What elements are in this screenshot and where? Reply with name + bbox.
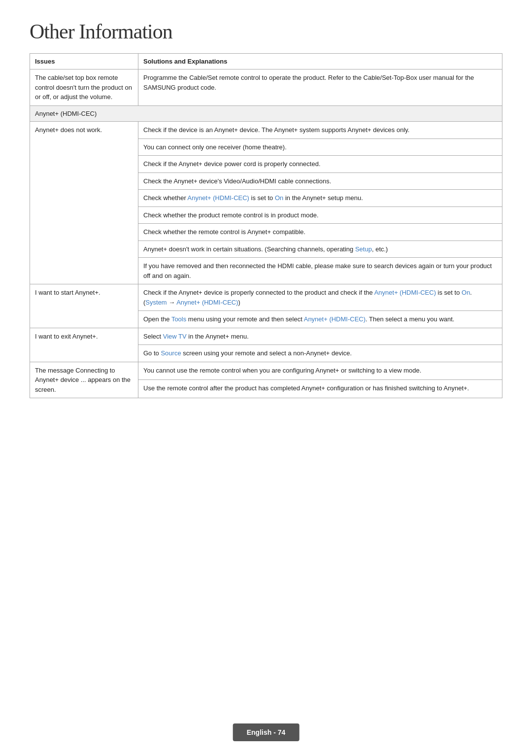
main-table: Issues Solutions and Explanations The ca…	[30, 53, 502, 398]
solution-cell: Check whether the product remote control…	[138, 206, 502, 224]
solution-cell: You cannot use the remote control when y…	[138, 362, 502, 380]
section-header-row: Anynet+ (HDMI-CEC)	[30, 105, 502, 122]
solution-cell: You can connect only one receiver (home …	[138, 138, 502, 156]
table-row: The message Connecting to Anynet+ device…	[30, 362, 502, 380]
table-row: I want to exit Anynet+. Select View TV i…	[30, 328, 502, 345]
issue-cell: Anynet+ does not work.	[30, 122, 138, 284]
issue-cell: The cable/set top box remote control doe…	[30, 69, 138, 106]
solution-cell: Use the remote control after the product…	[138, 380, 502, 398]
table-row: The cable/set top box remote control doe…	[30, 69, 502, 106]
solution-cell: Check whether Anynet+ (HDMI-CEC) is set …	[138, 190, 502, 207]
solution-cell: Check if the Anynet+ device is properly …	[138, 284, 502, 311]
solution-cell: Programme the Cable/Set remote control t…	[138, 69, 502, 106]
solution-cell: If you have removed and then reconnected…	[138, 258, 502, 284]
solution-cell: Check whether the remote control is Anyn…	[138, 224, 502, 241]
issue-cell: I want to exit Anynet+.	[30, 328, 138, 362]
solution-cell: Select View TV in the Anynet+ menu.	[138, 328, 502, 345]
section-header-label: Anynet+ (HDMI-CEC)	[30, 105, 502, 122]
issue-cell: The message Connecting to Anynet+ device…	[30, 362, 138, 398]
solution-cell: Check the Anynet+ device's Video/Audio/H…	[138, 172, 502, 190]
issue-cell: I want to start Anynet+.	[30, 284, 138, 328]
solution-cell: Check if the Anynet+ device power cord i…	[138, 156, 502, 173]
col-issues-header: Issues	[30, 54, 138, 69]
solution-cell: Anynet+ doesn't work in certain situatio…	[138, 241, 502, 258]
solution-cell: Check if the device is an Anynet+ device…	[138, 122, 502, 139]
page-title: Other Information	[30, 20, 502, 43]
table-row: I want to start Anynet+. Check if the An…	[30, 284, 502, 311]
table-row: Anynet+ does not work. Check if the devi…	[30, 122, 502, 139]
solution-cell: Open the Tools menu using your remote an…	[138, 311, 502, 328]
col-solutions-header: Solutions and Explanations	[138, 54, 502, 69]
solution-cell: Go to Source screen using your remote an…	[138, 345, 502, 362]
page-footer: English - 74	[233, 723, 299, 741]
